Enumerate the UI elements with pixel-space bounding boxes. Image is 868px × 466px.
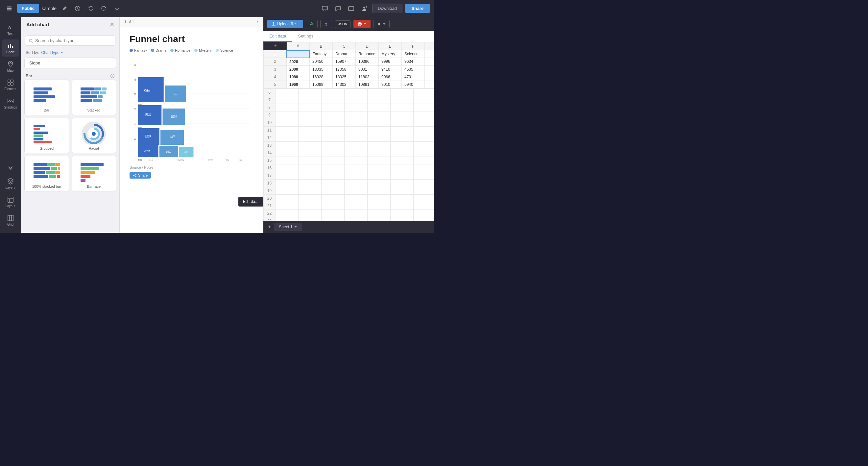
- search-icon: [29, 38, 33, 43]
- close-button[interactable]: ✕: [110, 22, 114, 27]
- preview-icon[interactable]: [346, 3, 356, 14]
- sidebar-item-layout[interactable]: Layout: [2, 193, 19, 211]
- sidebar-label-layout: Layout: [5, 204, 15, 208]
- redo-icon[interactable]: [99, 3, 109, 14]
- comments-icon[interactable]: [319, 3, 330, 14]
- svg-rect-59: [81, 163, 103, 166]
- svg-text:18025: 18025: [169, 135, 175, 139]
- sidebar-label-graphics: Graphics: [4, 105, 17, 109]
- cell-1-a[interactable]: [287, 50, 310, 58]
- table-row: 8: [264, 103, 434, 111]
- svg-rect-22: [34, 88, 52, 90]
- chart-thumb-stacked[interactable]: Stacked: [72, 80, 116, 115]
- svg-rect-9: [7, 45, 9, 48]
- cell-1-e[interactable]: Mystery: [379, 50, 402, 58]
- share-badge[interactable]: Share: [129, 172, 151, 179]
- cell-1-b[interactable]: Fantasy: [310, 50, 333, 58]
- col-e[interactable]: E: [379, 42, 402, 50]
- cell-1-c[interactable]: Drama: [333, 50, 356, 58]
- col-c[interactable]: C: [333, 42, 356, 50]
- cell-1-f[interactable]: Science: [402, 50, 425, 58]
- svg-rect-10: [10, 44, 11, 48]
- svg-rect-76: [138, 77, 164, 102]
- svg-rect-28: [102, 88, 106, 90]
- svg-point-12: [9, 62, 11, 64]
- table-row: 6: [264, 89, 434, 96]
- svg-rect-11: [12, 46, 13, 48]
- slope-chart-item[interactable]: Slope: [24, 58, 116, 68]
- public-button[interactable]: Public: [17, 4, 39, 13]
- home-icon[interactable]: [4, 3, 14, 14]
- search-input[interactable]: [35, 38, 112, 43]
- chevron-right-btn[interactable]: ›: [257, 20, 258, 24]
- svg-rect-48: [48, 163, 56, 166]
- settings-cog-button[interactable]: [373, 20, 390, 28]
- sheet-1-tab[interactable]: Sheet 1: [274, 223, 302, 231]
- svg-text:10891: 10891: [184, 151, 189, 153]
- table-row: 4 1980 16028 18025 11803 9066 4701: [264, 73, 434, 81]
- svg-point-105: [135, 176, 136, 177]
- sidebar-item-graphics[interactable]: Graphics: [2, 95, 19, 112]
- sidebar-item-layers[interactable]: Layers: [2, 175, 19, 192]
- json-button[interactable]: JSON: [335, 21, 351, 28]
- check-icon[interactable]: [112, 3, 122, 14]
- upload-file-button[interactable]: Upload file...: [267, 20, 303, 28]
- svg-point-107: [378, 23, 380, 25]
- download-button[interactable]: Download: [372, 4, 402, 13]
- spreadsheet[interactable]: A B C D E F G H I 1 Fantasy Drama: [264, 42, 434, 221]
- cell-1-g[interactable]: [425, 50, 434, 58]
- cell-1-d[interactable]: Romance: [356, 50, 379, 58]
- chart-thumb-grouped[interactable]: Grouped: [24, 118, 69, 153]
- sort-type-button[interactable]: Chart type: [41, 50, 63, 55]
- tab-edit-data[interactable]: Edit data: [264, 31, 292, 42]
- sidebar-label-text: Text: [7, 32, 13, 35]
- chart-scroll[interactable]: Slope Bar Bar: [21, 58, 119, 233]
- table-row: 7: [264, 96, 434, 103]
- legend-item-fantasy: Fantasy: [129, 48, 147, 52]
- sidebar-label-chart: Chart: [6, 50, 14, 54]
- add-sheet-button[interactable]: +: [268, 224, 271, 230]
- bar-race-chart-preview: [77, 159, 110, 183]
- data-bottom-bar: + Sheet 1: [264, 221, 434, 233]
- svg-text:16028: 16028: [145, 134, 151, 138]
- undo-icon[interactable]: [86, 3, 96, 14]
- edit-data-overlay[interactable]: Edit da...: [238, 197, 263, 207]
- svg-text:15: 15: [134, 122, 136, 126]
- svg-rect-4: [322, 6, 328, 10]
- sort-label: Sort by:: [26, 50, 39, 55]
- info-icon[interactable]: [110, 74, 115, 78]
- chart-thumb-bar[interactable]: Bar: [24, 80, 69, 115]
- sidebar-label-layers: Layers: [5, 186, 15, 189]
- col-b[interactable]: B: [310, 42, 333, 50]
- legend-label-mystery: Mystery: [199, 48, 212, 52]
- svg-point-20: [29, 39, 32, 42]
- col-g[interactable]: G: [425, 42, 434, 50]
- chat-icon[interactable]: [333, 3, 343, 14]
- clock-icon[interactable]: [72, 3, 83, 14]
- svg-rect-26: [81, 88, 94, 90]
- sidebar-item-text[interactable]: A Text: [2, 21, 19, 38]
- share-button[interactable]: Share: [405, 4, 430, 13]
- col-a[interactable]: A: [287, 42, 310, 50]
- google-drive-button[interactable]: [306, 20, 318, 28]
- sidebar-item-element[interactable]: Element: [2, 76, 19, 93]
- sidebar-item-chart[interactable]: Chart: [2, 39, 19, 57]
- edit-icon[interactable]: [59, 3, 70, 14]
- chart-thumb-stacked100[interactable]: 100% stacked bar: [24, 156, 69, 191]
- share-settings-icon[interactable]: [359, 3, 370, 14]
- sidebar-item-expand[interactable]: [2, 161, 19, 174]
- col-d[interactable]: D: [356, 42, 379, 50]
- table-row: 10: [264, 119, 434, 126]
- chart-thumb-bar-race[interactable]: Bar race: [72, 156, 116, 191]
- col-f[interactable]: F: [402, 42, 425, 50]
- json-label: JSON: [338, 22, 347, 26]
- tab-settings[interactable]: Settings: [292, 31, 319, 42]
- svg-rect-55: [56, 171, 60, 174]
- chart-thumb-radial[interactable]: Radial: [72, 118, 116, 153]
- upload-icon: [271, 22, 276, 26]
- db-button[interactable]: [353, 20, 371, 28]
- dropbox-button[interactable]: [320, 20, 332, 28]
- sidebar-item-map[interactable]: Map: [2, 58, 19, 75]
- sidebar-item-grid[interactable]: Grid: [2, 212, 19, 229]
- svg-rect-35: [93, 99, 102, 102]
